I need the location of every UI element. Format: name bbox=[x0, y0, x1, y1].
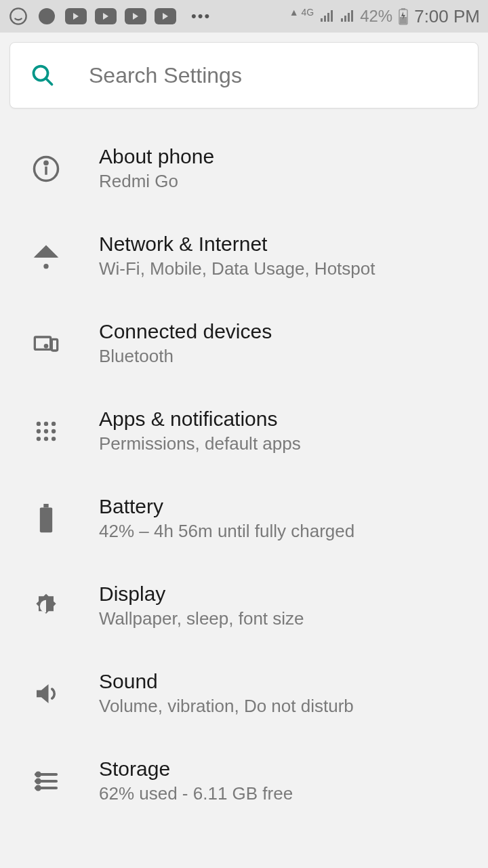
item-display[interactable]: Display Wallpaper, sleep, font size bbox=[0, 562, 488, 650]
item-title: Display bbox=[99, 583, 304, 606]
svg-point-16 bbox=[37, 429, 41, 433]
item-network[interactable]: Network & Internet Wi-Fi, Mobile, Data U… bbox=[0, 212, 488, 300]
svg-rect-22 bbox=[40, 507, 52, 532]
svg-point-13 bbox=[37, 421, 41, 425]
whatsapp-icon bbox=[8, 6, 28, 26]
svg-point-18 bbox=[52, 429, 56, 433]
item-sub: 42% – 4h 56m until fully charged bbox=[99, 521, 354, 542]
svg-rect-23 bbox=[43, 504, 48, 508]
youtube-icon bbox=[125, 8, 146, 24]
youtube-icon bbox=[65, 8, 87, 24]
svg-rect-3 bbox=[401, 8, 405, 10]
svg-point-19 bbox=[37, 436, 41, 440]
svg-rect-11 bbox=[52, 339, 57, 351]
svg-point-12 bbox=[45, 344, 47, 347]
wifi-icon bbox=[30, 240, 62, 273]
svg-line-6 bbox=[46, 79, 52, 85]
status-left: ••• bbox=[8, 6, 211, 26]
item-battery[interactable]: Battery 42% – 4h 56m until fully charged bbox=[0, 475, 488, 562]
svg-point-15 bbox=[52, 421, 56, 425]
svg-point-9 bbox=[45, 161, 47, 164]
item-apps[interactable]: Apps & notifications Permissions, defaul… bbox=[0, 387, 488, 475]
item-sub: Volume, vibration, Do not disturb bbox=[99, 696, 354, 717]
item-title: About phone bbox=[99, 145, 214, 168]
battery-icon bbox=[398, 7, 409, 25]
battery-percent: 42% bbox=[360, 7, 392, 26]
youtube-icon bbox=[155, 8, 176, 24]
svg-point-29 bbox=[37, 786, 40, 789]
search-settings[interactable]: Search Settings bbox=[9, 42, 479, 108]
battery-icon bbox=[30, 502, 62, 535]
devices-icon bbox=[30, 328, 62, 360]
item-connected-devices[interactable]: Connected devices Bluetooth bbox=[0, 300, 488, 387]
search-icon bbox=[30, 63, 55, 87]
svg-rect-10 bbox=[35, 337, 50, 349]
info-icon bbox=[30, 153, 62, 185]
item-sub: Wi-Fi, Mobile, Data Usage, Hotspot bbox=[99, 258, 375, 279]
svg-point-0 bbox=[10, 8, 26, 24]
signal-icon bbox=[340, 9, 354, 23]
circle-icon bbox=[37, 6, 57, 26]
sound-icon bbox=[30, 677, 62, 710]
clock: 7:00 PM bbox=[414, 6, 480, 27]
item-sound[interactable]: Sound Volume, vibration, Do not disturb bbox=[0, 650, 488, 737]
item-title: Sound bbox=[99, 670, 354, 693]
item-storage[interactable]: Storage 62% used - 6.11 GB free bbox=[0, 737, 488, 804]
svg-point-21 bbox=[52, 436, 56, 440]
network-type: ▲ 4G bbox=[289, 7, 314, 18]
svg-point-20 bbox=[44, 436, 48, 440]
svg-point-1 bbox=[39, 8, 55, 24]
youtube-icon bbox=[95, 8, 117, 24]
brightness-icon bbox=[30, 590, 62, 623]
item-title: Battery bbox=[99, 495, 354, 518]
svg-point-17 bbox=[44, 429, 48, 433]
svg-point-28 bbox=[37, 779, 40, 783]
svg-point-27 bbox=[37, 772, 40, 776]
item-title: Apps & notifications bbox=[99, 408, 301, 431]
more-icon: ••• bbox=[184, 7, 211, 25]
item-sub: Wallpaper, sleep, font size bbox=[99, 608, 304, 629]
item-title: Storage bbox=[99, 757, 293, 781]
item-sub: Bluetooth bbox=[99, 346, 272, 367]
signal-icon bbox=[319, 9, 334, 23]
status-right: ▲ 4G 42% 7:00 PM bbox=[289, 6, 480, 27]
svg-point-14 bbox=[44, 421, 48, 425]
storage-icon bbox=[30, 765, 62, 797]
apps-icon bbox=[30, 415, 62, 448]
search-placeholder: Search Settings bbox=[89, 63, 242, 88]
item-about-phone[interactable]: About phone Redmi Go bbox=[0, 125, 488, 212]
item-sub: Permissions, default apps bbox=[99, 433, 301, 454]
item-title: Network & Internet bbox=[99, 233, 375, 256]
item-sub: Redmi Go bbox=[99, 171, 214, 192]
item-title: Connected devices bbox=[99, 320, 272, 343]
status-bar: ••• ▲ 4G 42% 7:00 PM bbox=[0, 0, 488, 33]
settings-list: About phone Redmi Go Network & Internet … bbox=[0, 118, 488, 804]
item-sub: 62% used - 6.11 GB free bbox=[99, 783, 293, 804]
